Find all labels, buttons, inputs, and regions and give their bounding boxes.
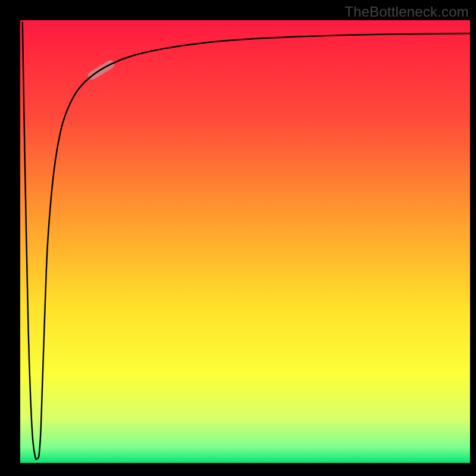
watermark-text: TheBottleneck.com [345, 4, 469, 20]
chart-svg [20, 20, 470, 463]
chart-frame: TheBottleneck.com [0, 0, 476, 476]
plot-area [20, 20, 470, 463]
gradient-background [20, 20, 470, 463]
